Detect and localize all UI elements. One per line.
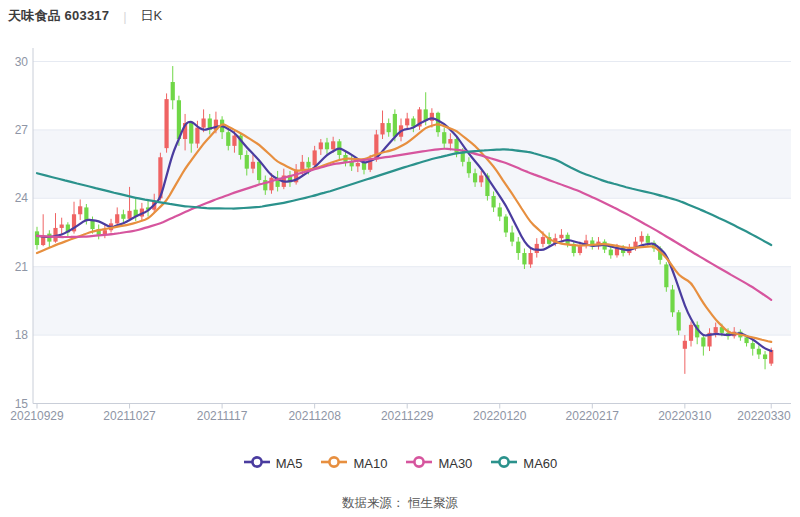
svg-text:27: 27: [15, 123, 29, 137]
tab-daily-k[interactable]: 日K: [141, 7, 163, 25]
svg-text:20220310: 20220310: [658, 409, 712, 423]
svg-text:24: 24: [15, 191, 29, 205]
ma10-legend-marker: [320, 455, 348, 472]
legend-item-ma60[interactable]: MA60: [490, 455, 557, 472]
plot-bands: [33, 130, 791, 335]
legend-label-ma10: MA10: [353, 456, 387, 471]
kline-chart-canvas[interactable]: 1518212427302021092920211027202111172021…: [0, 0, 800, 430]
svg-text:30: 30: [15, 55, 29, 69]
title-divider: |: [123, 9, 126, 24]
y-axis-labels: 151821242730: [15, 55, 29, 411]
svg-text:20211027: 20211027: [103, 409, 156, 423]
ma5-legend-marker: [243, 455, 271, 472]
svg-text:18: 18: [15, 328, 29, 342]
legend-label-ma5: MA5: [276, 456, 303, 471]
legend-label-ma60: MA60: [523, 456, 557, 471]
svg-text:20220217: 20220217: [566, 409, 620, 423]
legend-item-ma10[interactable]: MA10: [320, 455, 387, 472]
x-axis-labels: 2021092920211027202111172021120820211229…: [10, 404, 791, 424]
svg-text:20220330: 20220330: [737, 409, 791, 423]
ma60-legend-marker: [490, 455, 518, 472]
axes: [33, 48, 791, 404]
data-source-caption: 数据来源： 恒生聚源: [0, 495, 800, 512]
svg-text:20211229: 20211229: [381, 409, 434, 423]
svg-text:20210929: 20210929: [10, 409, 64, 423]
ma30-legend-marker: [405, 455, 433, 472]
legend: MA5 MA10 MA30 MA60: [0, 455, 800, 472]
chart-titlebar: 天味食品 603317 | 日K: [8, 7, 162, 25]
legend-item-ma30[interactable]: MA30: [405, 455, 472, 472]
stock-name-code: 天味食品 603317: [8, 7, 109, 25]
svg-text:20211208: 20211208: [288, 409, 341, 423]
svg-text:20211117: 20211117: [197, 409, 248, 423]
stock-kline-widget: 天味食品 603317 | 日K 15182124273020210929202…: [0, 0, 800, 517]
legend-item-ma5[interactable]: MA5: [243, 455, 303, 472]
svg-text:20220120: 20220120: [473, 409, 527, 423]
legend-label-ma30: MA30: [438, 456, 472, 471]
svg-text:21: 21: [15, 260, 29, 274]
